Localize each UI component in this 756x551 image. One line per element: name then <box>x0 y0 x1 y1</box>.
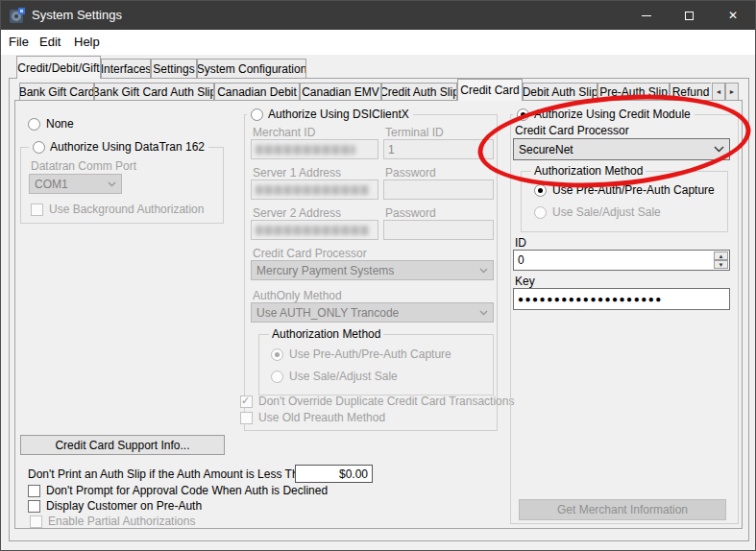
cm-sale-radio-circle[interactable] <box>534 206 547 219</box>
get-merchant-info-button[interactable]: Get Merchant Information <box>519 499 726 520</box>
background-auth-box[interactable] <box>31 204 43 216</box>
tab-bank-gift-card-auth-slip[interactable]: Bank Gift Card Auth Slip <box>94 83 214 101</box>
display-customer-box[interactable] <box>28 500 40 513</box>
radio-dsiclientx-circle[interactable] <box>251 108 263 121</box>
dsi-preauth-radio-circle[interactable] <box>271 348 283 361</box>
key-field[interactable]: ●●●●●●●●●●●●●●●●●●●● <box>513 288 730 310</box>
tab-credit-auth-slip[interactable]: Credit Auth Slip <box>381 83 457 101</box>
tab-settings[interactable]: Settings <box>151 59 197 79</box>
radio-none-circle[interactable] <box>28 118 40 131</box>
cm-processor-value: SecureNet <box>519 143 573 156</box>
cm-preauth-radio[interactable]: Use Pre-Auth/Pre-Auth Capture <box>534 183 715 197</box>
no-prompt-checkbox[interactable]: Don't Prompt for Approval Code When Auth… <box>28 484 328 497</box>
close-button[interactable]: ✕ <box>711 1 755 30</box>
comm-port-value: COM1 <box>35 178 68 191</box>
radio-credit-module-label: Authorize Using Credit Module <box>534 108 691 121</box>
tab-scroll-left-button[interactable]: ◄ <box>712 83 725 101</box>
close-icon: ✕ <box>728 9 738 22</box>
partial-auth-box[interactable] <box>30 515 42 528</box>
server1-field[interactable] <box>251 180 378 200</box>
datatran-group-legend[interactable]: Authorize Using DataTran 162 <box>29 140 208 154</box>
cm-sale-radio-label: Use Sale/Adjust Sale <box>552 205 661 219</box>
credit-card-support-button[interactable]: Credit Card Support Info... <box>20 435 225 455</box>
menu-edit[interactable]: Edit <box>39 35 61 49</box>
tab-refund[interactable]: Refund <box>670 83 711 101</box>
merchant-id-label: Merchant ID <box>253 126 315 139</box>
app-icon <box>9 7 26 24</box>
terminal-id-field[interactable]: 1 <box>383 139 494 159</box>
tab-credit-debit-gift[interactable]: Credit/Debit/Gift <box>16 56 101 79</box>
datatran-groupbox: Authorize Using DataTran 162 Datatran Co… <box>20 147 224 224</box>
menu-help[interactable]: Help <box>74 35 100 49</box>
id-spinner[interactable]: 0 ▲ ▼ <box>513 250 730 271</box>
old-preauth-checkbox[interactable]: Use Old Preauth Method <box>240 411 385 424</box>
terminal-id-label: Terminal ID <box>385 126 444 139</box>
password2-field[interactable] <box>383 220 494 240</box>
cm-auth-method-groupbox: Authorization Method Use Pre-Auth/Pre-Au… <box>521 171 728 232</box>
id-value: 0 <box>518 253 524 267</box>
credit-module-groupbox: Authorize Using Credit Module Credit Car… <box>510 114 739 524</box>
no-prompt-box[interactable] <box>28 485 40 497</box>
dsi-preauth-radio-label: Use Pre-Auth/Pre-Auth Capture <box>289 347 451 361</box>
comm-port-select[interactable]: COM1 <box>29 174 122 194</box>
dsi-preauth-radio[interactable]: Use Pre-Auth/Pre-Auth Capture <box>271 347 451 361</box>
cm-processor-select[interactable]: SecureNet <box>513 138 730 160</box>
partial-auth-checkbox[interactable]: Enable Partial Authorizations <box>30 515 195 528</box>
background-auth-checkbox[interactable]: Use Background Authorization <box>31 203 204 216</box>
tab-system-configuration[interactable]: System Configuration <box>197 59 306 79</box>
spin-down-icon: ▼ <box>719 262 724 268</box>
key-masked-value: ●●●●●●●●●●●●●●●●●●●● <box>518 294 663 304</box>
dup-transactions-checkbox[interactable]: ✓ Don't Override Duplicate Credit Card T… <box>240 395 514 408</box>
tab-scroll-right-button[interactable]: ► <box>725 83 739 101</box>
tab-interfaces[interactable]: Interfaces <box>101 59 151 79</box>
authonly-select[interactable]: Use AUTH_ONLY Trancode <box>251 302 494 323</box>
id-label: ID <box>515 236 526 250</box>
radio-none-label: None <box>46 117 74 131</box>
redacted-value <box>256 226 369 235</box>
dsi-sale-radio-circle[interactable] <box>271 371 283 383</box>
radio-dsiclientx-label: Authorize Using DSIClientX <box>268 108 409 121</box>
dsi-processor-value: Mercury Payment Systems <box>256 264 394 277</box>
password1-label: Password <box>385 166 436 180</box>
dsi-sale-radio[interactable]: Use Sale/Adjust Sale <box>271 370 398 383</box>
cm-sale-radio[interactable]: Use Sale/Adjust Sale <box>534 205 661 219</box>
tab-canadian-debit[interactable]: Canadian Debit <box>214 83 300 101</box>
server1-label: Server 1 Address <box>253 166 341 180</box>
no-prompt-label: Don't Prompt for Approval Code When Auth… <box>46 484 328 497</box>
tab-bank-gift-card[interactable]: Bank Gift Card <box>19 83 94 101</box>
menu-file[interactable]: File <box>9 35 29 49</box>
minimize-button[interactable] <box>624 1 668 30</box>
tab-canadian-emv[interactable]: Canadian EMV <box>300 83 381 101</box>
window-title: System Settings <box>32 8 122 22</box>
cm-processor-label: Credit Card Processor <box>515 124 629 137</box>
merchant-id-field[interactable] <box>251 139 378 159</box>
password1-field[interactable] <box>383 180 494 200</box>
dsiclientx-group-legend[interactable]: Authorize Using DSIClientX <box>247 108 413 121</box>
tab-pre-auth-slip[interactable]: Pre-Auth Slip <box>597 83 670 101</box>
cm-preauth-radio-circle[interactable] <box>534 184 547 197</box>
dup-transactions-label: Don't Override Duplicate Credit Card Tra… <box>258 395 514 408</box>
cm-preauth-radio-label: Use Pre-Auth/Pre-Auth Capture <box>552 183 715 197</box>
old-preauth-box[interactable] <box>240 412 253 424</box>
menu-bar: File Edit Help <box>1 30 755 55</box>
radio-none[interactable]: None <box>28 117 74 131</box>
partial-auth-label: Enable Partial Authorizations <box>48 515 195 528</box>
credit-module-group-legend[interactable]: Authorize Using Credit Module <box>513 108 695 121</box>
spin-up-button[interactable]: ▲ <box>714 252 728 260</box>
cm-auth-method-caption: Authorization Method <box>531 164 646 178</box>
dup-transactions-box[interactable]: ✓ <box>240 395 253 408</box>
dsi-auth-method-groupbox: Authorization Method Use Pre-Auth/Pre-Au… <box>258 334 494 395</box>
auth-slip-amount-field[interactable]: $0.00 <box>295 465 373 483</box>
radio-credit-module-circle[interactable] <box>517 108 529 121</box>
tab-credit-card[interactable]: Credit Card <box>457 79 523 101</box>
server2-field[interactable] <box>251 220 378 240</box>
dsi-processor-select[interactable]: Mercury Payment Systems <box>251 260 494 280</box>
radio-datatran-circle[interactable] <box>33 141 45 154</box>
maximize-button[interactable] <box>668 1 711 30</box>
tab-debit-auth-slip[interactable]: Debit Auth Slip <box>523 83 597 101</box>
dsi-processor-label: Credit Card Processor <box>253 247 367 260</box>
display-customer-checkbox[interactable]: Display Customer on Pre-Auth <box>28 499 202 513</box>
chevron-down-icon <box>108 181 116 187</box>
spin-down-button[interactable]: ▼ <box>714 260 728 269</box>
minimize-icon <box>642 15 651 16</box>
